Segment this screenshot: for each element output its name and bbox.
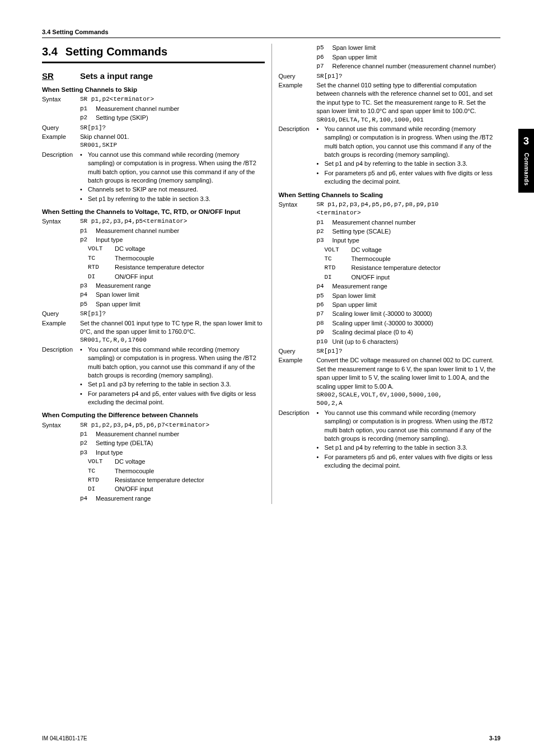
example-text: Set the channel 001 input type to TC typ…: [80, 319, 265, 337]
footer-left: IM 04L41B01-17E: [42, 735, 87, 743]
bullet-text: Channels set to SKIP are not measured.: [88, 185, 265, 194]
syntax-label: Syntax: [42, 217, 80, 226]
bullet-icon: •: [317, 453, 325, 470]
param-code: p4: [80, 291, 96, 299]
param-desc: Setting type (SKIP): [96, 114, 265, 122]
type-code: VOLT: [325, 246, 352, 254]
section-number: 3.4: [42, 44, 58, 59]
param-desc: Measurement channel number: [332, 218, 501, 227]
description-label: Description: [42, 151, 80, 204]
type-desc: DC voltage: [115, 245, 265, 253]
example-text: Convert the DC voltage measured on chann…: [317, 356, 501, 391]
right-column: p5Span lower limit p6Span upper limit p7…: [271, 44, 501, 504]
cmd-title: Sets a input range: [80, 70, 153, 82]
type-desc: ON/OFF input: [115, 273, 265, 281]
syntax-value: SR p1,p2,p3,p4,p5,p6,p7,p8,p9,p10: [317, 200, 501, 209]
param-desc: Unit (up to 6 characters): [332, 338, 501, 346]
param-code: p1: [80, 430, 96, 438]
bullet-text: Set p1 and p4 by referring to the table …: [325, 160, 501, 168]
param-desc: Span upper limit: [332, 53, 501, 62]
param-desc: Scaling lower limit (-30000 to 30000): [332, 310, 501, 318]
type-code: DI: [325, 273, 352, 282]
example-text: Skip channel 001.: [80, 133, 265, 141]
param-code: p1: [317, 218, 332, 227]
type-desc: Thermocouple: [352, 255, 501, 263]
query-value: SR[p1]?: [317, 347, 501, 356]
param-code: p2: [80, 114, 96, 122]
example-code: 500,2,A: [317, 399, 501, 408]
param-code: p7: [317, 62, 332, 71]
example-label: Example: [279, 81, 317, 124]
type-desc: Resistance temperature detector: [352, 264, 501, 272]
type-code: DI: [88, 485, 115, 493]
type-desc: DC voltage: [352, 246, 501, 254]
type-desc: Thermocouple: [115, 467, 265, 475]
type-code: RTD: [325, 264, 352, 272]
bullet-icon: •: [317, 125, 325, 160]
side-tab: 3 Commands: [518, 129, 534, 193]
type-code: RTD: [88, 476, 115, 484]
param-desc: Span lower limit: [332, 44, 501, 52]
section-rule: [42, 62, 265, 63]
type-desc: Resistance temperature detector: [115, 476, 265, 484]
example-code: SR001,SKIP: [80, 141, 265, 150]
sub-heading-skip: When Setting Channels to Skip: [42, 85, 265, 94]
type-desc: ON/OFF input: [352, 273, 501, 282]
syntax-label: Syntax: [279, 200, 317, 218]
description-label: Description: [279, 409, 317, 471]
param-code: p5: [317, 44, 332, 52]
bullet-icon: •: [80, 380, 88, 389]
type-desc: Thermocouple: [115, 254, 265, 263]
param-desc: Scaling decimal place (0 to 4): [332, 328, 501, 337]
param-code: p3: [317, 236, 332, 245]
param-desc: Input type: [332, 236, 501, 245]
type-code: VOLT: [88, 245, 115, 253]
query-value: SR[p1]?: [80, 124, 265, 132]
param-code: p3: [80, 282, 96, 290]
param-code: p9: [317, 328, 332, 337]
param-desc: Measurement channel number: [96, 105, 265, 113]
syntax-label: Syntax: [42, 95, 80, 104]
bullet-icon: •: [80, 346, 88, 380]
example-label: Example: [279, 356, 317, 408]
bullet-icon: •: [80, 151, 88, 185]
example-code: SR002,SCALE,VOLT,6V,1000,5000,100,: [317, 391, 501, 399]
param-code: p10: [317, 338, 332, 346]
param-desc: Span upper limit: [332, 301, 501, 309]
section-heading: Setting Commands: [65, 44, 167, 59]
param-desc: Span upper limit: [96, 300, 265, 309]
bullet-text: You cannot use this command while record…: [325, 409, 501, 444]
type-desc: Resistance temperature detector: [115, 263, 265, 272]
footer: IM 04L41B01-17E 3-19: [42, 735, 500, 743]
syntax-value: SR p1,p2,p3,p4,p5<terminator>: [80, 217, 265, 226]
type-desc: DC voltage: [115, 458, 265, 466]
bullet-icon: •: [317, 409, 325, 444]
sub-heading-scale: When Setting Channels to Scaling: [279, 190, 501, 199]
example-label: Example: [42, 319, 80, 345]
param-desc: Setting type (SCALE): [332, 227, 501, 236]
param-code: p4: [317, 282, 332, 291]
param-desc: Reference channel number (measurement ch…: [332, 62, 501, 71]
bullet-icon: •: [317, 444, 325, 452]
param-desc: Setting type (DELTA): [96, 439, 265, 447]
param-code: p4: [80, 494, 96, 503]
bullet-text: For parameters p5 and p6, enter values w…: [325, 453, 501, 470]
query-label: Query: [42, 124, 80, 132]
param-desc: Measurement range: [96, 282, 265, 290]
example-code: SR010,DELTA,TC,R,100,1000,001: [317, 116, 501, 124]
type-code: DI: [88, 273, 115, 281]
param-code: p6: [317, 301, 332, 309]
param-code: p7: [317, 310, 332, 318]
syntax-label: Syntax: [42, 421, 80, 430]
param-desc: Span lower limit: [332, 292, 501, 300]
bullet-icon: •: [317, 160, 325, 168]
side-tab-number: 3: [518, 134, 534, 148]
bullet-icon: •: [80, 195, 88, 203]
param-code: p5: [80, 300, 96, 309]
param-code: p6: [317, 53, 332, 62]
param-code: p3: [80, 449, 96, 457]
page-number: 3-19: [489, 735, 500, 743]
bullet-text: Set p1 and p3 by referring to the table …: [88, 380, 265, 389]
query-label: Query: [42, 310, 80, 318]
param-desc: Input type: [96, 449, 265, 457]
